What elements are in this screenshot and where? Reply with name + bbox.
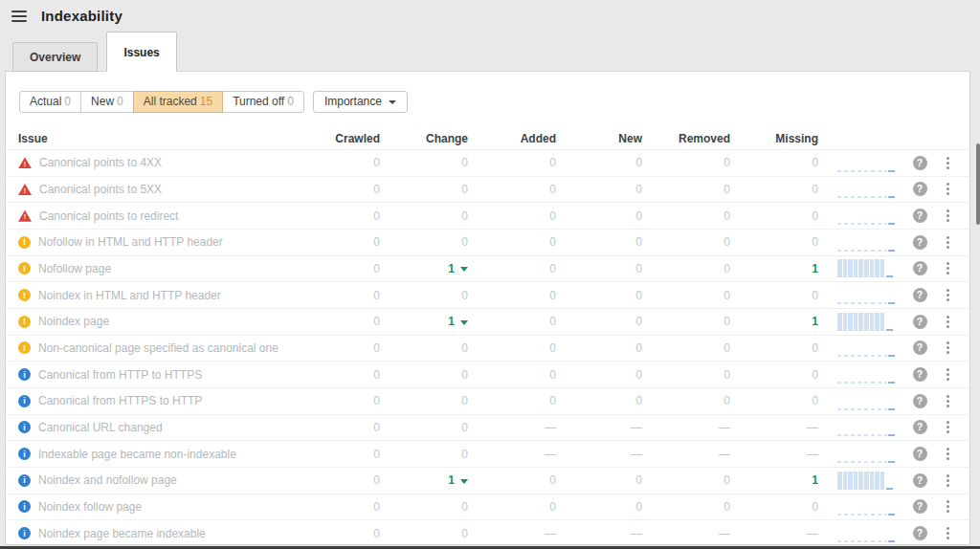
new-value: 0 bbox=[556, 183, 642, 196]
col-missing: Missing bbox=[730, 132, 818, 145]
kebab-menu-icon[interactable] bbox=[945, 314, 951, 330]
kebab-menu-icon[interactable] bbox=[945, 234, 951, 251]
table-row[interactable]: ! Non-canonical page specified as canoni… bbox=[6, 335, 969, 362]
help-icon[interactable]: ? bbox=[913, 261, 927, 275]
kebab-menu-icon[interactable] bbox=[945, 446, 951, 462]
trend-sparkline bbox=[818, 494, 895, 520]
table-row[interactable]: ! Canonical points to redirect 0 0 0 0 0… bbox=[6, 202, 969, 229]
help-icon[interactable]: ? bbox=[913, 288, 927, 302]
hamburger-menu-icon[interactable] bbox=[11, 11, 27, 22]
table-row[interactable]: ! Nofollow page 0 1 0 0 0 1 ? bbox=[6, 255, 969, 282]
table-row[interactable]: i Noindex page became indexable 0 0 — — … bbox=[6, 519, 969, 546]
filter-all-tracked[interactable]: All tracked15 bbox=[133, 91, 223, 113]
trend-sparkline bbox=[818, 230, 895, 255]
kebab-menu-icon[interactable] bbox=[945, 155, 951, 171]
vertical-scrollbar-thumb[interactable] bbox=[976, 143, 980, 225]
kebab-menu-icon[interactable] bbox=[945, 287, 951, 303]
missing-value: 0 bbox=[730, 156, 818, 169]
new-value: — bbox=[556, 527, 642, 540]
crawled-value: 0 bbox=[289, 262, 380, 275]
help-icon[interactable]: ? bbox=[913, 156, 927, 170]
trend-sparkline bbox=[818, 362, 895, 387]
crawled-value: 0 bbox=[289, 183, 380, 196]
warning-icon: ! bbox=[18, 236, 31, 249]
kebab-menu-icon[interactable] bbox=[945, 208, 951, 224]
change-value: 0 bbox=[380, 183, 468, 196]
help-icon[interactable]: ? bbox=[913, 473, 927, 488]
added-value: — bbox=[468, 448, 556, 461]
change-value: 0 bbox=[380, 394, 468, 407]
trend-sparkline bbox=[818, 203, 895, 229]
change-value: 0 bbox=[380, 209, 468, 223]
kebab-menu-icon[interactable] bbox=[945, 472, 951, 489]
kebab-menu-icon[interactable] bbox=[945, 498, 951, 515]
table-row[interactable]: i Noindex follow page 0 0 0 0 0 0 ? bbox=[6, 494, 969, 520]
tab-issues[interactable]: Issues bbox=[106, 32, 176, 72]
page-title: Indexability bbox=[41, 8, 122, 24]
table-row[interactable]: ! Canonical points to 5XX 0 0 0 0 0 0 ? bbox=[6, 176, 969, 203]
issue-label: Canonical points to redirect bbox=[39, 209, 178, 223]
crawled-value: 0 bbox=[289, 394, 380, 407]
removed-value: 0 bbox=[642, 394, 730, 407]
table-row[interactable]: ! Noindex in HTML and HTTP header 0 0 0 … bbox=[6, 281, 969, 308]
tab-overview[interactable]: Overview bbox=[12, 42, 98, 72]
info-icon: i bbox=[18, 421, 31, 433]
missing-value: 1 bbox=[730, 315, 818, 328]
help-icon[interactable]: ? bbox=[913, 367, 927, 382]
trend-sparkline bbox=[818, 282, 895, 308]
trend-down-icon bbox=[460, 479, 468, 484]
help-icon[interactable]: ? bbox=[913, 499, 927, 514]
crawled-value: 0 bbox=[289, 448, 380, 461]
filter-actual[interactable]: Actual0 bbox=[19, 91, 81, 113]
help-icon[interactable]: ? bbox=[913, 447, 927, 461]
filter-new[interactable]: New0 bbox=[80, 91, 134, 113]
kebab-menu-icon[interactable] bbox=[945, 525, 951, 541]
help-icon[interactable]: ? bbox=[913, 394, 927, 408]
table-row[interactable]: i Noindex and nofollow page 0 1 0 0 0 1 … bbox=[6, 467, 969, 494]
issue-label: Canonical points to 4XX bbox=[39, 156, 162, 169]
kebab-menu-icon[interactable] bbox=[945, 340, 951, 356]
help-icon[interactable]: ? bbox=[913, 526, 927, 540]
removed-value: 0 bbox=[642, 235, 730, 249]
trend-sparkline bbox=[818, 415, 895, 441]
help-icon[interactable]: ? bbox=[913, 209, 927, 223]
removed-value: 0 bbox=[642, 209, 730, 223]
added-value: 0 bbox=[468, 289, 556, 302]
change-value: 0 bbox=[380, 368, 468, 382]
missing-value: — bbox=[730, 527, 818, 540]
importance-dropdown[interactable]: Importance bbox=[313, 91, 408, 113]
error-icon: ! bbox=[18, 184, 32, 195]
help-icon[interactable]: ? bbox=[913, 235, 927, 250]
kebab-menu-icon[interactable] bbox=[945, 419, 951, 435]
kebab-menu-icon[interactable] bbox=[945, 181, 951, 197]
table-row[interactable]: i Canonical URL changed 0 0 — — — — ? bbox=[6, 414, 969, 441]
new-value: 0 bbox=[556, 235, 642, 249]
kebab-menu-icon[interactable] bbox=[945, 260, 951, 276]
help-icon[interactable]: ? bbox=[913, 182, 927, 196]
missing-value: — bbox=[730, 421, 818, 434]
help-icon[interactable]: ? bbox=[913, 420, 927, 434]
help-icon[interactable]: ? bbox=[913, 340, 927, 355]
missing-value: 0 bbox=[730, 341, 818, 355]
info-icon: i bbox=[18, 474, 31, 487]
table-row[interactable]: i Indexable page became non-indexable 0 … bbox=[6, 440, 969, 467]
kebab-menu-icon[interactable] bbox=[945, 366, 951, 383]
table-row[interactable]: ! Canonical points to 4XX 0 0 0 0 0 0 ? bbox=[6, 149, 969, 176]
crawled-value: 0 bbox=[289, 315, 380, 328]
kebab-menu-icon[interactable] bbox=[945, 393, 951, 409]
filter-turned-off[interactable]: Turned off0 bbox=[222, 91, 304, 113]
crawled-value: 0 bbox=[289, 368, 380, 382]
table-row[interactable]: i Canonical from HTTP to HTTPS 0 0 0 0 0… bbox=[6, 361, 969, 387]
new-value: — bbox=[556, 421, 642, 434]
new-value: — bbox=[556, 448, 642, 461]
added-value: 0 bbox=[468, 183, 556, 196]
table-row[interactable]: ! Nofollow in HTML and HTTP header 0 0 0… bbox=[6, 229, 969, 255]
issue-label: Nofollow page bbox=[38, 262, 111, 275]
new-value: 0 bbox=[556, 315, 642, 328]
table-row[interactable]: i Canonical from HTTPS to HTTP 0 0 0 0 0… bbox=[6, 387, 969, 414]
table-row[interactable]: ! Noindex page 0 1 0 0 0 1 ? bbox=[6, 308, 969, 335]
help-icon[interactable]: ? bbox=[913, 315, 927, 329]
info-icon: i bbox=[18, 368, 31, 381]
col-removed: Removed bbox=[642, 132, 730, 145]
added-value: 0 bbox=[468, 315, 556, 328]
